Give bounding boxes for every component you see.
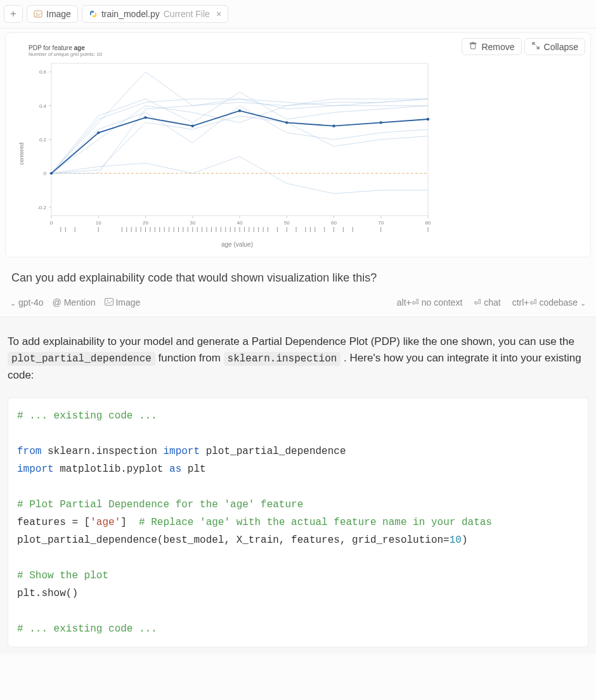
tab-filename: train_model.py (101, 9, 160, 19)
svg-point-33 (97, 131, 100, 134)
model-label: gpt-4o (18, 297, 44, 308)
svg-text:70: 70 (378, 220, 384, 226)
code-line: # Plot Partial Dependence for the 'age' … (17, 499, 303, 510)
chart-subtitle: Number of unique grid points: 10 (29, 51, 446, 57)
svg-point-1 (36, 13, 37, 14)
svg-point-37 (285, 121, 288, 124)
trash-icon (469, 41, 477, 52)
svg-point-36 (238, 109, 241, 112)
codebase-label: codebase (539, 297, 578, 308)
code-line: # Show the plot (17, 570, 108, 581)
svg-text:0.4: 0.4 (39, 103, 47, 109)
tab-bar: + Image train_model.py Current File × (0, 0, 596, 29)
chevron-down-icon: ⌄ (580, 299, 586, 307)
tab-image[interactable]: Image (27, 5, 78, 23)
code-token: from (17, 446, 41, 457)
chart-ylabel: centered (18, 143, 25, 165)
code-token: plot_partial_dependence(best_model, X_tr… (17, 535, 450, 546)
code-block: # ... existing code ... from sklearn.ins… (8, 398, 588, 647)
code-token: ) (462, 535, 468, 546)
close-icon[interactable]: × (216, 9, 221, 19)
chat-mode[interactable]: ⏎ chat (474, 297, 500, 308)
assistant-message: To add explainability to your model and … (0, 317, 596, 654)
code-token: plot_partial_dependence (200, 446, 346, 457)
enter-icon: ⏎ (529, 297, 540, 308)
svg-text:30: 30 (190, 220, 195, 226)
chat-label: chat (484, 297, 500, 308)
chart-title-prefix: PDP for feature (29, 44, 74, 51)
svg-text:0: 0 (44, 171, 47, 176)
svg-text:0.6: 0.6 (39, 69, 47, 75)
code-line: # ... existing code ... (17, 623, 157, 635)
code-line: # ... existing code ... (17, 410, 157, 422)
code-token: import (17, 463, 54, 475)
user-message: Can you add explainability code that wou… (0, 257, 596, 291)
code-token: 'age' (90, 517, 120, 528)
image-label: Image (115, 297, 140, 308)
svg-text:80: 80 (425, 220, 431, 226)
tab-filesuffix: Current File (164, 9, 210, 19)
code-inline: plot_partial_dependence (8, 352, 155, 366)
remove-button[interactable]: Remove (462, 38, 521, 55)
code-token: # Replace 'age' with the actual feature … (139, 517, 492, 528)
svg-text:60: 60 (331, 220, 337, 226)
pdp-chart: centered PDP for feature age Number of u… (11, 38, 455, 252)
svg-text:-0.2: -0.2 (37, 205, 46, 211)
code-line: plt.show() (17, 588, 78, 599)
code-token: 10 (450, 535, 462, 546)
svg-point-38 (332, 124, 335, 127)
image-button[interactable]: Image (105, 297, 141, 308)
chart-title: PDP for feature age (29, 44, 446, 51)
alt-key-label: alt+ (397, 297, 411, 308)
svg-point-39 (380, 121, 382, 124)
code-token: plt (181, 463, 205, 475)
collapse-label: Collapse (544, 42, 578, 52)
code-token: as (169, 463, 181, 475)
code-token: features = [ (17, 517, 90, 528)
no-context-label: no context (422, 297, 463, 308)
remove-label: Remove (481, 42, 514, 52)
chart-canvas: -0.200.20.40.601020304050607080 (29, 60, 434, 237)
svg-text:20: 20 (143, 220, 148, 226)
assistant-paragraph: To add explainability to your model and … (8, 334, 588, 384)
code-token: import (163, 446, 200, 457)
svg-text:0: 0 (50, 220, 53, 226)
svg-rect-2 (51, 63, 428, 216)
input-bar: ⌄ gpt-4o @ Mention Image alt+⏎ no contex… (0, 291, 596, 317)
collapse-button[interactable]: Collapse (524, 38, 585, 55)
new-tab-button[interactable]: + (4, 5, 23, 23)
image-icon (105, 297, 116, 308)
svg-point-90 (107, 300, 108, 301)
svg-point-35 (191, 124, 194, 127)
svg-point-34 (144, 116, 146, 119)
mention-button[interactable]: @ Mention (53, 297, 96, 308)
svg-text:0.2: 0.2 (39, 137, 47, 143)
python-icon (89, 10, 98, 18)
ctrl-key-label: ctrl+ (512, 297, 529, 308)
image-icon (34, 10, 42, 18)
svg-text:50: 50 (284, 220, 290, 226)
enter-icon: ⏎ (474, 297, 484, 308)
model-picker[interactable]: ⌄ gpt-4o (10, 297, 44, 308)
svg-text:10: 10 (96, 220, 101, 226)
code-token: matplotlib.pyplot (54, 463, 169, 475)
code-token: sklearn.inspection (41, 446, 163, 457)
enter-icon: ⏎ (411, 297, 422, 308)
tab-current-file[interactable]: train_model.py Current File × (82, 5, 228, 23)
chart-xlabel: age (value) (29, 241, 446, 248)
svg-point-32 (50, 172, 53, 174)
attachment-card: Remove Collapse centered PDP for feature… (5, 32, 591, 257)
code-token: ] (120, 517, 139, 528)
svg-text:40: 40 (237, 220, 243, 226)
tab-label: Image (46, 9, 71, 19)
code-inline: sklearn.inspection (224, 352, 341, 366)
text: function from (155, 352, 224, 364)
svg-point-40 (427, 118, 429, 120)
chevron-down-icon: ⌄ (10, 299, 16, 307)
no-context-toggle[interactable]: alt+⏎ no context (397, 297, 462, 308)
plus-icon: + (10, 8, 16, 20)
text: To add explainability to your model and … (8, 335, 574, 347)
codebase-mode[interactable]: ctrl+⏎ codebase ⌄ (512, 297, 586, 308)
chart-title-feature: age (74, 44, 85, 51)
collapse-icon (531, 41, 540, 52)
